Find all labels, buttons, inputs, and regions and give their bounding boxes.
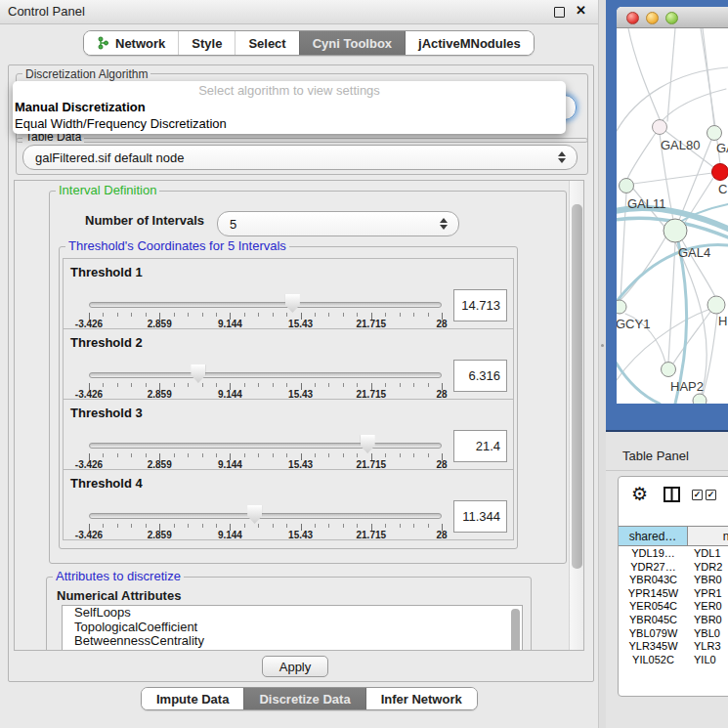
cell-shared-name[interactable]: YPR145W (619, 587, 688, 601)
apply-button[interactable]: Apply (262, 656, 328, 677)
network-node[interactable] (707, 126, 722, 141)
gear-icon[interactable]: ⚙ (631, 483, 648, 504)
slider-thumb[interactable] (247, 505, 262, 524)
network-edge[interactable] (633, 173, 712, 184)
cell-shared-name[interactable]: YDR27… (619, 561, 688, 575)
network-edge[interactable] (617, 361, 660, 404)
network-node[interactable] (617, 300, 626, 314)
threshold-slider[interactable]: -3.4262.8599.14415.4321.71528 (89, 329, 442, 401)
slider-thumb[interactable] (285, 294, 300, 313)
checkbox-icon[interactable]: ✓ (692, 490, 703, 500)
network-node[interactable] (712, 164, 728, 181)
network-node[interactable] (693, 394, 707, 404)
tab-cyni-toolbox[interactable]: Cyni Toolbox (299, 31, 405, 55)
dropdown-item-manual-discretization[interactable]: Manual Discretization (15, 100, 146, 114)
slider-thumb[interactable] (191, 364, 205, 383)
threshold-slider[interactable]: -3.4262.8599.14415.4321.71528 (89, 259, 442, 330)
dropdown-placeholder-item[interactable]: Select algorithm to view settings (13, 83, 566, 98)
table-row[interactable]: YPR145WYPR1 (619, 587, 728, 601)
slider-thumb[interactable] (361, 435, 375, 453)
network-canvas[interactable]: GAL80GACGAL11GAL4GCY1HHAP2 (617, 28, 728, 404)
cell-name[interactable]: YER0 (688, 600, 728, 614)
network-edge[interactable] (627, 133, 656, 179)
threshold-value-field[interactable]: 11.344 (453, 500, 507, 533)
threshold-value-field[interactable]: 21.4 (453, 430, 507, 462)
network-edge[interactable] (662, 89, 726, 121)
network-window-titlebar[interactable] (617, 7, 728, 28)
cell-shared-name[interactable]: YER054C (619, 600, 688, 614)
slider-track[interactable] (89, 513, 442, 519)
cell-name[interactable]: YBR0 (688, 614, 728, 627)
close-traffic-light-icon[interactable] (626, 12, 639, 24)
table-row[interactable]: YBR043CYBR0 (619, 574, 728, 587)
table-row[interactable]: YDR27…YDR2 (619, 561, 728, 575)
table-row[interactable]: YER054CYER0 (619, 600, 728, 614)
tab-select[interactable]: Select (235, 31, 298, 55)
network-node[interactable] (620, 179, 634, 193)
cell-name[interactable]: YLR3 (688, 640, 728, 654)
cell-shared-name[interactable]: YBR043C (619, 574, 688, 587)
tab-discretize-data[interactable]: Discretize Data (243, 688, 364, 709)
network-node[interactable] (662, 363, 676, 377)
cell-name[interactable]: YBL0 (688, 627, 728, 641)
slider-track[interactable] (89, 372, 442, 378)
dropdown-item-equal-width-frequency[interactable]: Equal Width/Frequency Discretization (15, 116, 227, 131)
cell-shared-name[interactable]: YBL079W (619, 627, 688, 641)
close-icon[interactable]: ✕ (576, 3, 586, 18)
attribute-list-item[interactable]: TopologicalCoefficient (63, 621, 522, 635)
network-edge[interactable] (668, 242, 675, 363)
network-node[interactable] (653, 120, 667, 135)
panel-scrollbar-track[interactable] (569, 181, 583, 650)
tab-impute-data[interactable]: Impute Data (142, 688, 243, 709)
number-of-intervals-combobox[interactable]: 5 (217, 211, 459, 236)
table-row[interactable]: YBR045CYBR0 (619, 614, 728, 627)
slider-track[interactable] (89, 302, 442, 308)
panel-scrollbar-thumb[interactable] (572, 204, 582, 569)
network-node[interactable] (664, 219, 687, 242)
attribute-list-item[interactable]: BetweennessCentrality (63, 634, 522, 649)
threshold-value-field[interactable]: 14.713 (453, 289, 507, 321)
network-edge[interactable] (673, 312, 710, 364)
panel-divider[interactable] (598, 0, 606, 728)
tab-label: Select (248, 36, 285, 51)
threshold-slider[interactable]: -3.4262.8599.14415.4321.71528 (89, 470, 442, 541)
zoom-traffic-light-icon[interactable] (665, 12, 678, 24)
tab-network[interactable]: Network (84, 31, 178, 55)
network-node-label: GAL4 (678, 245, 710, 260)
threshold-value-field[interactable]: 6.316 (453, 360, 507, 392)
tab-infer-network[interactable]: Infer Network (365, 688, 477, 709)
table-row[interactable]: YDL19…YDL1 (619, 547, 728, 561)
numerical-attributes-list[interactable]: SelfLoopsTopologicalCoefficientBetweenne… (62, 605, 523, 651)
column-header-shared-name[interactable]: shared… (619, 527, 688, 545)
cell-name[interactable]: YPR1 (688, 587, 728, 601)
cell-shared-name[interactable]: YIL052C (619, 654, 688, 667)
tab-style[interactable]: Style (178, 31, 235, 55)
slider-track[interactable] (89, 443, 442, 449)
table-row[interactable]: YBL079WYBL0 (619, 627, 728, 641)
list-scrollbar[interactable] (511, 609, 520, 651)
columns-icon[interactable] (664, 487, 680, 502)
table-data-combobox[interactable]: galFiltered.sif default node (22, 145, 578, 170)
cell-name[interactable]: YIL0 (688, 654, 728, 667)
cell-shared-name[interactable]: YLR345W (619, 640, 688, 654)
table-row[interactable]: YLR345WYLR3 (619, 640, 728, 654)
table-row[interactable]: YIL052CYIL0 (619, 654, 728, 667)
network-node-label: GCY1 (617, 317, 650, 331)
network-node-label: C (718, 182, 727, 196)
tab-jactivemnodules[interactable]: jActiveMNodules (405, 31, 534, 55)
network-edge[interactable] (628, 28, 663, 126)
attribute-list-item[interactable]: SelfLoops (63, 606, 522, 621)
network-edge[interactable] (667, 28, 675, 121)
network-node-label: H (718, 314, 727, 328)
cell-shared-name[interactable]: YBR045C (619, 614, 688, 627)
minimize-traffic-light-icon[interactable] (646, 12, 659, 24)
column-header-name[interactable]: na (688, 527, 728, 545)
cell-name[interactable]: YDL1 (688, 547, 728, 561)
checkbox-icon[interactable]: ✓ (706, 490, 716, 500)
float-window-icon[interactable] (554, 7, 565, 18)
network-node[interactable] (707, 296, 725, 314)
cell-name[interactable]: YBR0 (688, 574, 728, 587)
cell-name[interactable]: YDR2 (688, 561, 728, 575)
threshold-slider[interactable]: -3.4262.8599.14415.4321.71528 (89, 400, 442, 471)
cell-shared-name[interactable]: YDL19… (619, 547, 688, 561)
